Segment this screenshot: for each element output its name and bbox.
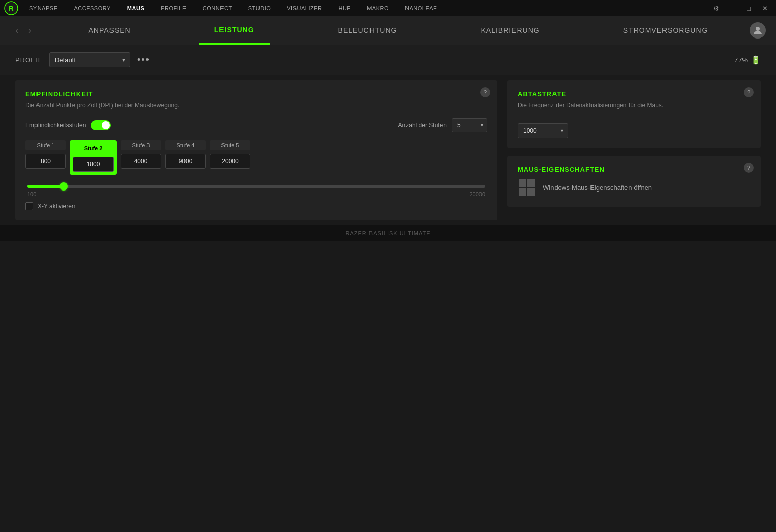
win-mouse-link[interactable]: Windows-Maus-Eigenschaften öffnen bbox=[518, 178, 751, 197]
profile-options-button[interactable]: ••• bbox=[137, 55, 150, 65]
footer: RAZER BASILISK ULTIMATE bbox=[0, 225, 776, 241]
maximize-button[interactable]: □ bbox=[742, 1, 756, 15]
win-mouse-link-text[interactable]: Windows-Maus-Eigenschaften öffnen bbox=[543, 184, 652, 192]
subnav-beleuchtung[interactable]: BELEUCHTUNG bbox=[323, 16, 413, 45]
dpi-stages: Stufe 1 Stufe 2 Stufe 3 Stufe 4 Stufe 5 bbox=[25, 140, 487, 175]
subnav-items: ANPASSEN LEISTUNG BELEUCHTUNG KALIBRIERU… bbox=[47, 16, 750, 45]
settings-button[interactable]: ⚙ bbox=[709, 1, 723, 15]
sensitivity-help-icon[interactable]: ? bbox=[480, 87, 490, 97]
right-panels: ? ABTASTRATE Die Frequenz der Datenaktua… bbox=[507, 80, 761, 220]
nav-hue[interactable]: HUE bbox=[330, 0, 359, 16]
dpi-stage-2: Stufe 2 bbox=[70, 140, 117, 175]
dpi-stage-4-input[interactable] bbox=[165, 154, 206, 169]
dpi-slider-container: 100 20000 bbox=[25, 185, 487, 197]
dpi-stage-5-label: Stufe 5 bbox=[210, 140, 250, 150]
profile-bar: PROFIL Default Profile 1 Profile 2 ▼ •••… bbox=[0, 45, 776, 75]
xy-checkbox[interactable] bbox=[25, 202, 33, 210]
nav-accessory[interactable]: ACCESSORY bbox=[65, 0, 119, 16]
subnav-kalibrierung[interactable]: KALIBRIERUNG bbox=[465, 16, 555, 45]
mouse-props-title: MAUS-EIGENSCHAFTEN bbox=[518, 166, 751, 173]
dpi-slider-thumb[interactable] bbox=[60, 182, 68, 191]
nav-connect[interactable]: CONNECT bbox=[195, 0, 240, 16]
sampling-desc: Die Frequenz der Datenaktualisierungen f… bbox=[518, 102, 751, 109]
top-nav: SYNAPSE ACCESSORY MAUS PROFILE CONNECT S… bbox=[21, 0, 445, 16]
minimize-button[interactable]: — bbox=[725, 1, 740, 15]
subnav-forward-arrow[interactable]: › bbox=[23, 25, 36, 36]
sensitivity-desc: Die Anzahl Punkte pro Zoll (DPI) bei der… bbox=[25, 102, 487, 109]
nav-synapse[interactable]: SYNAPSE bbox=[21, 0, 65, 16]
sampling-title: ABTASTRATE bbox=[518, 90, 751, 98]
nav-makro[interactable]: MAKRO bbox=[359, 0, 397, 16]
svg-rect-6 bbox=[527, 188, 535, 196]
dpi-stage-3-input[interactable] bbox=[121, 154, 161, 169]
titlebar-left: R SYNAPSE ACCESSORY MAUS PROFILE CONNECT… bbox=[4, 0, 445, 16]
profile-select[interactable]: Default Profile 1 Profile 2 bbox=[49, 52, 130, 67]
sensitivity-panel: ? EMPFINDLICHKEIT Die Anzahl Punkte pro … bbox=[15, 80, 497, 220]
xy-checkbox-row: X-Y aktivieren bbox=[25, 202, 487, 210]
stages-row: Anzahl der Stufen 1 2 3 4 5 ▼ bbox=[398, 118, 487, 132]
mouse-props-help-icon[interactable]: ? bbox=[744, 163, 754, 173]
rate-select-wrapper: 125 500 1000 ▼ bbox=[518, 123, 568, 138]
dpi-stage-3-label: Stufe 3 bbox=[121, 140, 161, 150]
sensitivity-title: EMPFINDLICHKEIT bbox=[25, 90, 487, 98]
profile-select-wrapper: Default Profile 1 Profile 2 ▼ bbox=[49, 52, 130, 67]
dpi-stage-3: Stufe 3 bbox=[121, 140, 161, 175]
content-area: ? EMPFINDLICHKEIT Die Anzahl Punkte pro … bbox=[0, 75, 776, 225]
dpi-slider-fill bbox=[27, 185, 64, 188]
dpi-stage-4-label: Stufe 4 bbox=[165, 140, 206, 150]
battery-percent: 77% bbox=[734, 56, 748, 64]
sensitivity-toggle[interactable] bbox=[91, 120, 111, 130]
dpi-slider-min: 100 bbox=[27, 191, 36, 197]
rate-select[interactable]: 125 500 1000 bbox=[518, 123, 568, 138]
dpi-slider-max: 20000 bbox=[469, 191, 485, 197]
dpi-stage-2-label: Stufe 2 bbox=[73, 143, 114, 154]
dpi-slider-track bbox=[27, 185, 485, 188]
subnav-anpassen[interactable]: ANPASSEN bbox=[73, 16, 146, 45]
xy-label: X-Y aktivieren bbox=[38, 203, 75, 210]
sampling-help-icon[interactable]: ? bbox=[744, 87, 754, 97]
battery-icon: 🔋 bbox=[751, 55, 761, 65]
profile-label: PROFIL bbox=[15, 56, 42, 64]
svg-point-2 bbox=[756, 27, 760, 31]
dpi-stage-1: Stufe 1 bbox=[25, 140, 66, 175]
svg-rect-4 bbox=[527, 179, 535, 187]
dpi-stage-2-input[interactable] bbox=[73, 157, 114, 172]
subnav-back-arrow[interactable]: ‹ bbox=[10, 25, 23, 36]
sensitivity-controls: Empfindlichkeitsstufen Anzahl der Stufen… bbox=[25, 118, 487, 132]
dpi-stage-1-label: Stufe 1 bbox=[25, 140, 66, 150]
mouse-props-panel: ? MAUS-EIGENSCHAFTEN Windows-Maus-Eigens… bbox=[507, 156, 761, 207]
device-name: RAZER BASILISK ULTIMATE bbox=[345, 230, 430, 236]
subnav-stromversorgung[interactable]: STROMVERSORGUNG bbox=[608, 16, 723, 45]
windows-logo-icon bbox=[518, 178, 536, 197]
svg-text:R: R bbox=[9, 5, 14, 12]
nav-maus[interactable]: MAUS bbox=[119, 0, 153, 16]
razer-logo-icon: R bbox=[4, 1, 18, 15]
dpi-stage-5-input[interactable] bbox=[210, 154, 250, 169]
sensitivity-toggle-row: Empfindlichkeitsstufen bbox=[25, 120, 111, 130]
stages-label: Anzahl der Stufen bbox=[398, 122, 447, 129]
dpi-slider-labels: 100 20000 bbox=[27, 191, 485, 197]
nav-studio[interactable]: STUDIO bbox=[240, 0, 279, 16]
battery-info: 77% 🔋 bbox=[734, 55, 761, 65]
nav-visualizer[interactable]: VISUALIZER bbox=[279, 0, 330, 16]
stages-select-wrapper: 1 2 3 4 5 ▼ bbox=[452, 118, 487, 132]
svg-rect-5 bbox=[519, 188, 526, 196]
sensitivity-toggle-label: Empfindlichkeitsstufen bbox=[25, 122, 86, 129]
nav-nanoleaf[interactable]: NANOLEAF bbox=[397, 0, 445, 16]
subnav: ‹ › ANPASSEN LEISTUNG BELEUCHTUNG KALIBR… bbox=[0, 16, 776, 45]
subnav-leistung[interactable]: LEISTUNG bbox=[199, 16, 270, 45]
sampling-panel: ? ABTASTRATE Die Frequenz der Datenaktua… bbox=[507, 80, 761, 148]
svg-rect-3 bbox=[519, 179, 526, 187]
dpi-stage-4: Stufe 4 bbox=[165, 140, 206, 175]
dpi-stage-5: Stufe 5 bbox=[210, 140, 250, 175]
stages-select[interactable]: 1 2 3 4 5 bbox=[452, 118, 487, 132]
subnav-right bbox=[750, 22, 766, 39]
close-button[interactable]: ✕ bbox=[758, 1, 772, 15]
nav-profile[interactable]: PROFILE bbox=[153, 0, 195, 16]
user-avatar[interactable] bbox=[750, 22, 766, 39]
dpi-stage-1-input[interactable] bbox=[25, 154, 66, 169]
profile-left: PROFIL Default Profile 1 Profile 2 ▼ ••• bbox=[15, 52, 150, 67]
titlebar: R SYNAPSE ACCESSORY MAUS PROFILE CONNECT… bbox=[0, 0, 776, 16]
titlebar-right: ⚙ — □ ✕ bbox=[709, 1, 772, 15]
